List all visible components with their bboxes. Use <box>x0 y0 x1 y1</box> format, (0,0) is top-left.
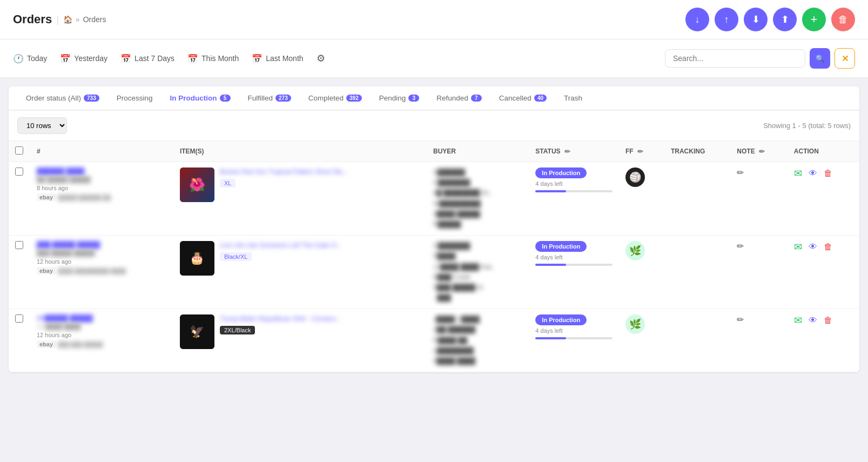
row3-ff[interactable]: 🌿 <box>619 309 664 372</box>
filter-yesterday[interactable]: 📅 Yesterday <box>60 53 107 64</box>
row1-select[interactable] <box>9 162 30 236</box>
sync-down-button[interactable]: ↓ <box>685 8 709 31</box>
th-select-all[interactable] <box>9 141 30 162</box>
home-icon[interactable]: 🏠 <box>63 15 72 24</box>
row3-delete-button[interactable]: 🗑 <box>824 316 832 325</box>
row1-email-button[interactable]: ✉ <box>794 168 802 179</box>
calendar-icon-thismonth: 📅 <box>187 53 198 64</box>
tab-pending-badge: 3 <box>408 95 419 102</box>
row2-progress-bar <box>535 264 613 266</box>
filter-settings[interactable]: ⚙ <box>317 52 325 64</box>
row3-view-button[interactable]: 👁 <box>809 316 817 325</box>
tab-trash-label: Trash <box>564 94 582 102</box>
header-actions: ↓ ↑ ⬇ ⬆ + 🗑 <box>685 8 855 31</box>
row2-ff-avatar[interactable]: 🌿 <box>625 241 645 260</box>
row1-buyer: S██████ C███████ 6█ ████████ St., W█████… <box>427 162 529 236</box>
row2-view-button[interactable]: 👁 <box>809 242 817 252</box>
search-button[interactable]: 🔍 <box>810 48 830 69</box>
row2-email-button[interactable]: ✉ <box>794 241 802 253</box>
filter-lastmonth[interactable]: 📅 Last Month <box>252 53 303 64</box>
ebay-logo-3: ebay <box>37 340 56 348</box>
import-button[interactable]: ⬆ <box>773 8 797 31</box>
tab-processing[interactable]: Processing <box>108 86 162 111</box>
tab-all-label: Order status (All) <box>26 94 81 102</box>
calendar-icon-yesterday: 📅 <box>60 53 71 64</box>
row3-status: In Production 4 days left <box>529 309 619 372</box>
sync-up-button[interactable]: ↑ <box>715 8 738 31</box>
th-ff: FF ✏ <box>619 141 664 162</box>
row1-product-variant: XL <box>220 179 235 188</box>
filter-last7days[interactable]: 📅 Last 7 Days <box>120 53 174 64</box>
delete-button[interactable]: 🗑 <box>831 8 855 31</box>
calendar-icon-lastmonth: 📅 <box>252 53 263 64</box>
tab-cancelled[interactable]: Cancelled 40 <box>490 86 555 111</box>
tab-completed-badge: 392 <box>346 95 362 102</box>
row1-note[interactable]: ✏ <box>730 162 788 236</box>
row3-email-button[interactable]: ✉ <box>794 314 802 326</box>
row2-ff[interactable]: 🌿 <box>619 236 664 309</box>
search-area: 🔍 ✕ <box>665 48 855 69</box>
tab-all[interactable]: Order status (All) 733 <box>17 86 108 111</box>
search-icon: 🔍 <box>816 55 825 63</box>
row3-status-badge: In Production <box>535 314 587 325</box>
tab-pending[interactable]: Pending 3 <box>371 86 428 111</box>
tab-completed-label: Completed <box>308 94 344 102</box>
row1-delete-button[interactable]: 🗑 <box>824 169 832 178</box>
tab-in-production[interactable]: In Production 5 <box>162 86 239 111</box>
row1-actions: ✉ 👁 🗑 <box>788 162 859 236</box>
row1-product-name: Boston Red Sox Tropical Pattern Short Sl… <box>220 168 420 177</box>
row1-checkbox[interactable] <box>15 168 23 176</box>
note-edit-icon[interactable]: ✏ <box>759 148 765 156</box>
tab-completed[interactable]: Completed 392 <box>300 86 371 111</box>
row1-ff-avatar[interactable]: 🏐 <box>625 168 645 187</box>
row2-product-variant: Black/XL <box>220 252 252 261</box>
rows-per-page-select[interactable]: 10 rows 25 rows 50 rows <box>17 117 67 134</box>
tab-cancelled-label: Cancelled <box>499 94 531 102</box>
clear-search-button[interactable]: ✕ <box>835 48 855 69</box>
row2-delete-button[interactable]: 🗑 <box>824 242 832 252</box>
row1-ff[interactable]: 🏐 <box>619 162 664 236</box>
row1-items: 🌺 Boston Red Sox Tropical Pattern Short … <box>173 162 427 236</box>
tab-refunded[interactable]: Refunded 7 <box>428 86 490 111</box>
breadcrumb: 🏠 » Orders <box>63 15 106 24</box>
tab-in-production-label: In Production <box>170 94 217 102</box>
row1-note-icon[interactable]: ✏ <box>737 168 744 177</box>
status-edit-icon[interactable]: ✏ <box>564 148 570 156</box>
row3-buyer: J████ C████ 2██ ██████ R████ ██ L███████… <box>427 309 529 372</box>
row1-view-button[interactable]: 👁 <box>809 169 817 178</box>
select-all-checkbox[interactable] <box>15 146 23 155</box>
th-status: STATUS ✏ <box>529 141 619 162</box>
showing-text: Showing 1 - 5 (total: 5 rows) <box>763 122 851 130</box>
row3-ff-avatar[interactable]: 🌿 <box>625 314 645 334</box>
row3-product-img: 🦅 <box>180 314 214 349</box>
filter-today[interactable]: 🕐 Today <box>13 53 47 64</box>
row3-actions: ✉ 👁 🗑 <box>788 309 859 372</box>
export-button[interactable]: ⬇ <box>744 8 768 31</box>
divider: | <box>56 14 59 25</box>
tab-fulfilled[interactable]: Fulfilled 273 <box>239 86 300 111</box>
row3-items: 🦅 Trump Biden Republican Shirt - Conserv… <box>173 309 427 372</box>
row2-tracking <box>664 236 730 309</box>
add-button[interactable]: + <box>802 8 826 31</box>
tab-pending-label: Pending <box>379 94 406 102</box>
row1-status: In Production 4 days left <box>529 162 619 236</box>
row3-select[interactable] <box>9 309 30 372</box>
filter-thismonth[interactable]: 📅 This Month <box>187 53 239 64</box>
row3-ff-icon: 🌿 <box>629 318 641 330</box>
ff-edit-icon[interactable]: ✏ <box>637 148 643 156</box>
row2-ff-icon: 🌿 <box>629 245 641 257</box>
th-order-number: # <box>30 141 173 162</box>
orders-table: # ITEM(S) BUYER STATUS ✏ FF ✏ TRACKING <box>9 140 859 372</box>
row2-checkbox[interactable] <box>15 241 23 249</box>
gear-icon: ⚙ <box>317 52 325 64</box>
tab-trash[interactable]: Trash <box>555 86 591 111</box>
filter-last7days-label: Last 7 Days <box>134 54 174 63</box>
row2-select[interactable] <box>9 236 30 309</box>
row3-note-icon[interactable]: ✏ <box>737 315 744 324</box>
row2-note-icon[interactable]: ✏ <box>737 242 744 251</box>
row3-note[interactable]: ✏ <box>730 309 788 372</box>
row3-checkbox[interactable] <box>15 314 23 323</box>
row2-note[interactable]: ✏ <box>730 236 788 309</box>
th-buyer: BUYER <box>427 141 529 162</box>
search-input[interactable] <box>665 49 805 68</box>
